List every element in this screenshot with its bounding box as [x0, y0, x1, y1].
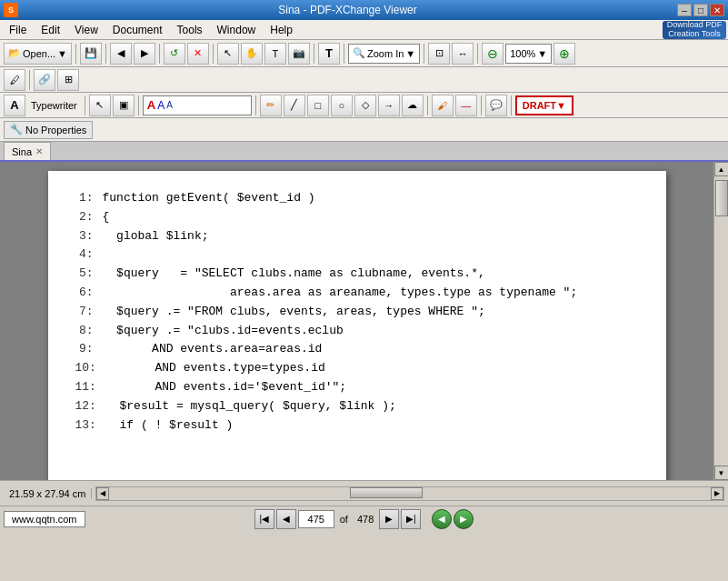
horizontal-scrollbar[interactable]: ◀ ▶ — [95, 486, 724, 501]
folder-icon: 📂 — [8, 47, 21, 59]
pdf-page: 1: function getEvent( $event_id ) 2: { 3… — [48, 171, 666, 480]
tb3-btn2[interactable]: ▣ — [113, 95, 135, 116]
save-icon: 💾 — [85, 47, 97, 59]
open-button[interactable]: 📂 Open... ▼ — [4, 43, 72, 65]
hscroll-track[interactable] — [109, 487, 711, 500]
maximize-button[interactable]: □ — [693, 4, 708, 16]
code-line-1: 1: function getEvent( $event_id ) — [75, 189, 639, 208]
download-pdf-button[interactable]: Download PDFCreation Tools — [663, 21, 726, 39]
title-bar: S Sina - PDF-XChange Viewer – □ ✕ — [0, 0, 728, 20]
arrow-button[interactable]: → — [378, 95, 400, 116]
hscroll-left-button[interactable]: ◀ — [96, 487, 109, 500]
nav-back-green-button[interactable]: ◀ — [432, 509, 452, 529]
next-page-button[interactable]: ▶ — [379, 509, 399, 529]
tab-close-icon[interactable]: ✕ — [35, 146, 43, 156]
pencil-button[interactable]: ✏ — [260, 95, 282, 116]
rect-button[interactable]: □ — [307, 95, 329, 116]
zoom-percent-box[interactable]: 100% ▼ — [505, 44, 552, 64]
minimize-button[interactable]: – — [677, 4, 692, 16]
scroll-up-button[interactable]: ▲ — [714, 162, 729, 176]
no-props-icon: 🔧 — [10, 124, 23, 135]
dropdown-arrow-icon: ▼ — [57, 48, 67, 59]
properties-bar: 🔧 No Properties — [0, 118, 728, 142]
first-page-button[interactable]: |◀ — [254, 509, 274, 529]
zoom-in-icon2: ⊕ — [559, 46, 570, 61]
redline-button[interactable]: — — [455, 95, 477, 116]
separator7 — [424, 44, 424, 64]
fit-width-icon: ↔ — [458, 48, 468, 59]
page-number-input[interactable]: 475 — [298, 510, 334, 528]
menu-edit[interactable]: Edit — [34, 22, 67, 38]
text-select-icon: T — [273, 48, 279, 59]
vertical-scrollbar[interactable]: ▲ ▼ — [713, 162, 728, 480]
code-line-3: 3: global $link; — [75, 227, 639, 246]
stamp-label: DRAFT — [523, 100, 556, 111]
total-pages-label: 478 — [354, 514, 377, 525]
stop-button[interactable]: ✕ — [187, 43, 209, 65]
t2-sep1 — [29, 70, 30, 90]
document-tab[interactable]: Sina ✕ — [4, 142, 51, 160]
typewriter-tool-button[interactable]: T — [318, 43, 340, 65]
t3-sep1 — [85, 95, 85, 115]
refresh-icon: ↺ — [170, 47, 178, 59]
snapshot-button[interactable]: 📷 — [288, 43, 310, 65]
prev-page-button[interactable]: ◀ — [276, 509, 296, 529]
cursor2-icon: ↖ — [95, 99, 104, 111]
close-button[interactable]: ✕ — [710, 4, 724, 16]
scroll-thumb[interactable] — [715, 180, 728, 216]
cursor-icon: ↖ — [224, 47, 232, 59]
zoom-icon: 🔍 — [353, 47, 365, 59]
menu-view[interactable]: View — [67, 22, 105, 38]
fit-page-button[interactable]: ⊡ — [428, 43, 450, 65]
link-icon: 🔗 — [38, 74, 51, 85]
hscroll-right-button[interactable]: ▶ — [711, 487, 723, 500]
zoom-percent-value: 100% — [510, 48, 535, 59]
back-button[interactable]: ◀ — [110, 43, 132, 65]
font-medium-A: A — [157, 99, 165, 112]
scroll-down-button[interactable]: ▼ — [714, 466, 729, 480]
diamond-button[interactable]: ◇ — [354, 95, 376, 116]
open-label: Open... — [23, 48, 55, 59]
scroll-track[interactable] — [714, 176, 728, 466]
no-properties-button[interactable]: 🔧 No Properties — [4, 121, 93, 139]
annotate-button[interactable]: 🖊 — [4, 69, 25, 91]
separator3 — [159, 44, 160, 64]
line-button[interactable]: ╱ — [284, 95, 305, 116]
highlight-icon: 🖌 — [437, 100, 447, 111]
cursor-button[interactable]: ↖ — [217, 43, 239, 65]
font-select[interactable]: A A A — [143, 95, 252, 115]
app-icon: S — [4, 3, 18, 17]
highlight-button[interactable]: 🖌 — [432, 95, 454, 116]
code-line-2: 2: { — [75, 208, 639, 227]
oval-button[interactable]: ○ — [331, 95, 353, 116]
hscroll-thumb[interactable] — [350, 487, 423, 498]
callout-button[interactable]: 💬 — [485, 95, 507, 116]
hand-button[interactable]: ✋ — [241, 43, 263, 65]
of-label: of — [336, 514, 352, 525]
code-content: 1: function getEvent( $event_id ) 2: { 3… — [75, 189, 639, 435]
menu-help[interactable]: Help — [263, 22, 300, 38]
typewriter-mode-button[interactable]: A — [4, 95, 25, 116]
menu-window[interactable]: Window — [210, 22, 264, 38]
save-button[interactable]: 💾 — [80, 43, 102, 65]
text-select-button[interactable]: T — [264, 43, 286, 65]
tb3-btn1[interactable]: ↖ — [89, 95, 111, 116]
fit-width-button[interactable]: ↔ — [452, 43, 474, 65]
download-area: Download PDFCreation Tools — [663, 21, 726, 39]
copy-button[interactable]: ⊞ — [57, 69, 79, 91]
refresh-button[interactable]: ↺ — [164, 43, 185, 65]
stamp-button[interactable]: DRAFT ▼ — [515, 95, 573, 115]
zoom-in-dropdown[interactable]: 🔍 Zoom In ▼ — [348, 44, 420, 64]
nav-forward-green-button[interactable]: ▶ — [454, 509, 474, 529]
menu-tools[interactable]: Tools — [170, 22, 210, 38]
separator8 — [477, 44, 478, 64]
link-button[interactable]: 🔗 — [34, 69, 55, 91]
zoom-out-btn[interactable]: ⊖ — [482, 43, 504, 65]
cloud-button[interactable]: ☁ — [402, 95, 424, 116]
zoom-in-btn[interactable]: ⊕ — [553, 43, 575, 65]
forward-button[interactable]: ▶ — [134, 43, 155, 65]
website-label: www.qqtn.com — [4, 511, 85, 527]
last-page-button[interactable]: ▶| — [401, 509, 421, 529]
menu-file[interactable]: File — [2, 22, 34, 38]
menu-document[interactable]: Document — [105, 22, 170, 38]
